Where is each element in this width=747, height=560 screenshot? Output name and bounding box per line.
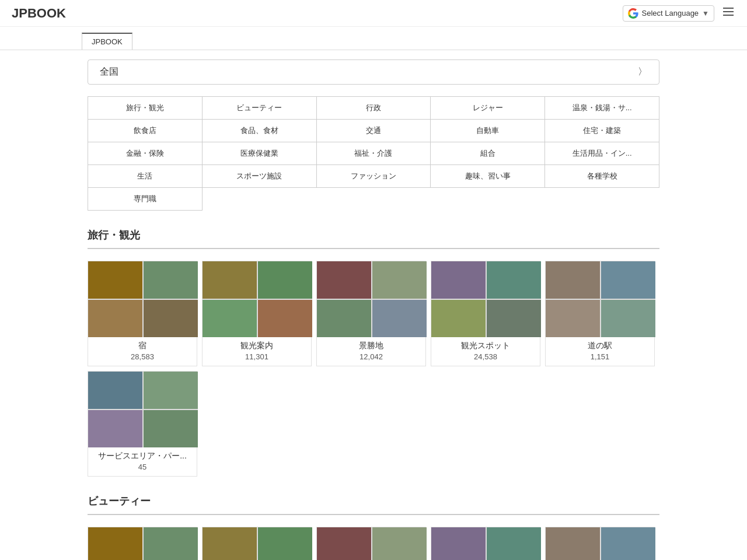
category-cell[interactable]: レジャー <box>431 97 545 120</box>
beauty-img-cell <box>487 527 541 560</box>
logo[interactable]: JPBOOK <box>12 6 66 21</box>
travel-card-3-image <box>317 261 427 337</box>
category-cell[interactable]: 旅行・観光 <box>88 97 203 120</box>
section-divider-beauty <box>88 514 659 515</box>
language-selector[interactable]: Select Language ▼ <box>623 5 714 22</box>
category-cell[interactable]: スポーツ施設 <box>202 165 316 188</box>
svg-rect-0 <box>723 8 734 9</box>
travel-card-3[interactable]: 景勝地 12,042 <box>316 261 426 366</box>
header: JPBOOK Select Language ▼ <box>0 0 747 27</box>
travel-card-4-image <box>431 261 541 337</box>
travel-card-5-count: 1,151 <box>546 352 654 366</box>
img-cell <box>487 261 541 299</box>
category-cell[interactable]: 温泉・銭湯・サ... <box>545 97 659 120</box>
beauty-img-cell <box>258 527 312 560</box>
beauty-card-2[interactable] <box>202 527 312 560</box>
beauty-img-cell <box>88 527 142 560</box>
travel-card-3-count: 12,042 <box>317 352 425 366</box>
region-selector[interactable]: 全国 〉 <box>88 60 659 85</box>
beauty-img-cell <box>372 527 427 560</box>
beauty-card-1-image <box>88 527 198 560</box>
travel-card-4-label: 観光スポット <box>431 337 540 352</box>
travel-card-6-count: 45 <box>88 463 197 476</box>
category-grid: 旅行・観光ビューティー行政レジャー温泉・銭湯・サ...飲食店食品、食材交通自動車… <box>88 96 659 211</box>
beauty-cards-grid <box>88 527 659 560</box>
beauty-card-3[interactable] <box>316 527 426 560</box>
beauty-img-cell <box>601 527 655 560</box>
category-cell[interactable]: 専門職 <box>88 188 203 211</box>
beauty-card-3-image <box>317 527 427 560</box>
travel-card-6-image <box>88 372 198 447</box>
svg-rect-2 <box>723 15 734 16</box>
category-cell[interactable]: 生活用品・イン... <box>545 142 659 165</box>
language-dropdown-arrow: ▼ <box>702 9 709 18</box>
travel-card-1-image <box>88 261 198 337</box>
category-cell[interactable]: 自動車 <box>431 120 545 142</box>
travel-card-6[interactable]: サービスエリア・パー... 45 <box>88 371 197 477</box>
travel-card-6-label: サービスエリア・パー... <box>88 447 197 463</box>
beauty-card-5[interactable] <box>545 527 655 560</box>
img-cell <box>144 410 198 447</box>
language-label: Select Language <box>642 9 699 18</box>
section-beauty: ビューティー <box>88 494 659 560</box>
img-cell <box>546 261 600 299</box>
img-cell <box>88 300 142 337</box>
travel-card-2[interactable]: 観光案内 11,301 <box>202 261 312 366</box>
travel-card-3-label: 景勝地 <box>317 337 425 352</box>
category-cell[interactable]: ファッション <box>316 165 431 188</box>
category-cell[interactable]: 食品、食材 <box>202 120 316 142</box>
img-cell <box>88 372 142 409</box>
category-cell[interactable]: 各種学校 <box>545 165 659 188</box>
list-view-icon[interactable] <box>721 5 735 22</box>
travel-card-5-image <box>546 261 655 337</box>
svg-rect-1 <box>723 11 734 12</box>
main-content: 全国 〉 旅行・観光ビューティー行政レジャー温泉・銭湯・サ...飲食店食品、食材… <box>88 50 659 560</box>
img-cell <box>601 300 655 337</box>
category-cell[interactable]: 行政 <box>316 97 431 120</box>
travel-card-2-label: 観光案内 <box>203 337 311 352</box>
img-cell <box>317 261 371 299</box>
img-cell <box>144 372 198 409</box>
beauty-img-cell <box>546 527 600 560</box>
category-cell[interactable]: 生活 <box>88 165 203 188</box>
tab-jpbook[interactable]: JPBOOK <box>82 33 132 50</box>
img-cell <box>144 300 198 337</box>
travel-card-4-count: 24,538 <box>431 352 540 366</box>
img-cell <box>601 261 655 299</box>
section-heading-beauty: ビューティー <box>88 494 659 508</box>
travel-card-5[interactable]: 道の駅 1,151 <box>545 261 655 366</box>
img-cell <box>431 261 486 299</box>
beauty-card-1[interactable] <box>88 527 197 560</box>
img-cell <box>372 261 427 299</box>
category-cell[interactable]: 福祉・介護 <box>316 142 431 165</box>
category-cell <box>545 188 659 211</box>
img-cell <box>258 261 312 299</box>
category-cell[interactable]: 住宅・建築 <box>545 120 659 142</box>
travel-card-4[interactable]: 観光スポット 24,538 <box>431 261 540 366</box>
category-cell[interactable]: 交通 <box>316 120 431 142</box>
category-cell[interactable]: 飲食店 <box>88 120 203 142</box>
category-cell[interactable]: 医療保健業 <box>202 142 316 165</box>
img-cell <box>258 300 312 337</box>
img-cell <box>546 300 600 337</box>
travel-card-1-label: 宿 <box>88 337 197 352</box>
beauty-card-5-image <box>546 527 655 560</box>
beauty-card-4[interactable] <box>431 527 540 560</box>
section-heading-travel: 旅行・観光 <box>88 228 659 242</box>
img-cell <box>372 300 427 337</box>
region-arrow: 〉 <box>638 66 647 78</box>
beauty-img-cell <box>317 527 371 560</box>
img-cell <box>487 300 541 337</box>
region-label: 全国 <box>100 66 118 78</box>
nav-tabs: JPBOOK <box>0 27 747 50</box>
img-cell <box>203 261 257 299</box>
travel-card-1[interactable]: 宿 28,583 <box>88 261 197 366</box>
section-travel: 旅行・観光 宿 28,583 観光案内 11,301 <box>88 228 659 477</box>
category-cell <box>316 188 431 211</box>
category-cell[interactable]: 組合 <box>431 142 545 165</box>
category-cell <box>431 188 545 211</box>
category-cell[interactable]: ビューティー <box>202 97 316 120</box>
category-cell[interactable]: 金融・保険 <box>88 142 203 165</box>
category-cell[interactable]: 趣味、習い事 <box>431 165 545 188</box>
beauty-card-4-image <box>431 527 541 560</box>
